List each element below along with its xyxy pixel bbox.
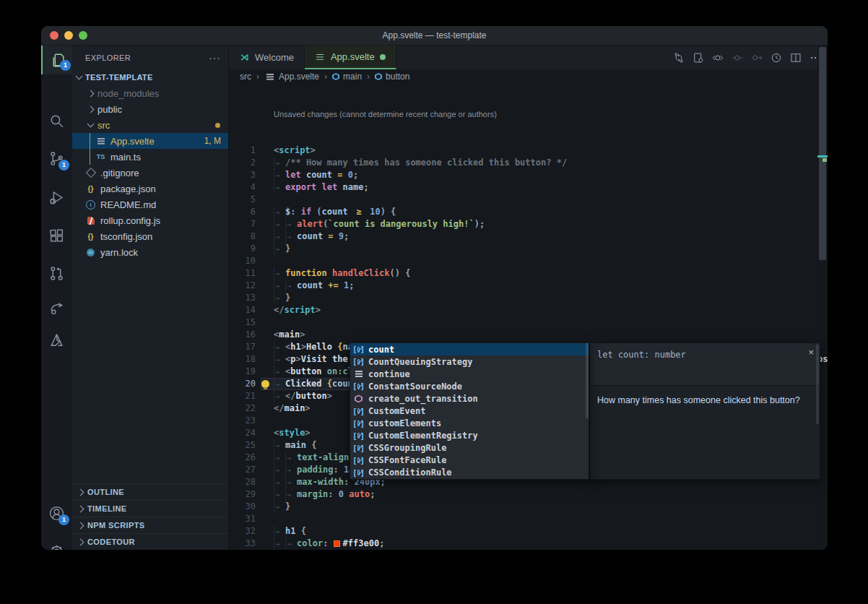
code-line-12[interactable]: 12→→count += 1; (229, 280, 828, 292)
tree-item-node-modules[interactable]: node_modules (72, 85, 228, 101)
code-line-8[interactable]: 8→→count = 9; (229, 230, 828, 243)
suggest-item-customelementregistry[interactable]: []CustomElementRegistry (350, 430, 589, 442)
tree-item-app-svelte[interactable]: App.svelte1, M (72, 133, 228, 149)
symbol-variable-icon: [] (352, 431, 365, 441)
compare-changes-icon[interactable] (672, 51, 685, 64)
tree-item-yarn-lock[interactable]: yarn.lock (72, 244, 228, 260)
indent-tab-arrow: → (285, 538, 297, 550)
suggest-item-count[interactable]: []count (350, 343, 589, 355)
explorer-actions-icon[interactable]: ··· (209, 52, 221, 64)
code-line-33[interactable]: 33→→color: #ff3e00; (229, 538, 828, 550)
breadcrumb[interactable]: src›App.svelte›main›button (229, 69, 828, 84)
activity-pull-request-icon[interactable] (41, 257, 72, 289)
details-scrollbar[interactable] (816, 345, 819, 424)
indent-tab-arrow: → (274, 169, 285, 181)
activity-live-share-icon[interactable] (41, 291, 72, 323)
breadcrumb-item-main[interactable]: main (332, 72, 362, 82)
code-line-11[interactable]: 11→function handleClick() { (229, 267, 828, 280)
code-line-5[interactable]: 5 (229, 194, 828, 206)
activity-accounts-icon[interactable]: 1 (41, 497, 72, 529)
section-codetour[interactable]: CODETOUR (72, 533, 228, 550)
line-number: 22 (229, 402, 274, 415)
code-line-30[interactable]: 30→} (229, 501, 828, 513)
indent-tab-arrow: → (274, 230, 285, 243)
breadcrumb-label: App.svelte (279, 72, 319, 82)
code-line-2[interactable]: 2→/** How many times has someone clicked… (229, 157, 828, 169)
code-line-16[interactable]: 16<main> (229, 329, 828, 341)
code-line-6[interactable]: 6→$: if (count ≥ 10) { (229, 206, 828, 218)
code-line-1[interactable]: 1<script> (229, 144, 828, 157)
tree-item-src[interactable]: src (72, 117, 228, 133)
activity-azure-icon[interactable] (41, 324, 72, 355)
indent-tab-arrow: → (274, 501, 285, 513)
breadcrumb-item-src[interactable]: src (240, 72, 251, 82)
section-timeline[interactable]: TIMELINE (72, 500, 228, 517)
editor-actions (672, 46, 822, 69)
tree-item-main-ts[interactable]: TSmain.ts (72, 149, 228, 165)
suggest-item-countqueuingstrategy[interactable]: []CountQueuingStrategy (350, 355, 589, 368)
tree-item-label: public (97, 104, 122, 115)
suggest-item-cssfontfacerule[interactable]: []CSSFontFaceRule (350, 454, 589, 467)
code-line-7[interactable]: 7→→alert(`count is dangerously high!`); (229, 218, 828, 230)
tree-root-test-template[interactable]: TEST-TEMPLATE (72, 69, 228, 85)
tree-item-readme-md[interactable]: iREADME.md (72, 197, 228, 212)
tree-item--gitignore[interactable]: .gitignore (72, 165, 228, 181)
line-number: 19 (229, 366, 274, 378)
svelte-file-icon (95, 136, 106, 146)
tree-item-public[interactable]: public (72, 101, 228, 117)
code-line-32[interactable]: 32→h1 { (229, 525, 828, 538)
tree-item-tsconfig-json[interactable]: {}tsconfig.json (72, 228, 228, 244)
activity-settings-icon[interactable] (41, 535, 72, 550)
breadcrumb-item-app-svelte[interactable]: App.svelte (264, 72, 319, 82)
chevron-right-icon (87, 90, 95, 97)
tree-item-package-json[interactable]: {}package.json (72, 181, 228, 197)
split-editor-icon[interactable] (789, 51, 802, 64)
code-line-15[interactable]: 15 (229, 316, 828, 329)
tab-app-svelte[interactable]: App.svelte (305, 46, 396, 69)
open-changes-icon[interactable] (692, 51, 705, 64)
code-line-9[interactable]: 9→} (229, 243, 828, 255)
line-number: 33 (229, 538, 274, 550)
suggest-item-constantsourcenode[interactable]: []ConstantSourceNode (350, 380, 589, 392)
title-bar[interactable]: App.svelte — test-template (41, 26, 828, 46)
code-line-29[interactable]: 29→→margin: 0 auto; (229, 488, 828, 501)
sidebar-title: EXPLORER (85, 53, 131, 62)
code-line-10[interactable]: 10 (229, 255, 828, 267)
activity-run-debug-icon[interactable] (41, 181, 72, 213)
activity-extensions-icon[interactable] (41, 220, 72, 251)
tree-item-label: node_modules (97, 88, 159, 99)
suggest-item-create_out_transition[interactable]: create_out_transition (350, 392, 589, 405)
symbol-variable-icon: [] (352, 443, 365, 453)
indent-tab-arrow: → (274, 488, 285, 501)
scrollbar-thumb[interactable] (819, 47, 826, 260)
line-content: →export let name; (274, 181, 369, 194)
tab-welcome[interactable]: Welcome (229, 46, 305, 69)
suggest-item-cssgroupingrule[interactable]: []CSSGroupingRule (350, 442, 589, 454)
code-line-13[interactable]: 13→} (229, 292, 828, 304)
code-line-4[interactable]: 4→export let name; (229, 181, 828, 194)
activity-explorer-icon[interactable]: 1 (41, 46, 74, 74)
suggest-item-cssconditionrule[interactable]: []CSSConditionRule (350, 467, 589, 479)
close-icon[interactable]: × (808, 347, 814, 358)
line-number: 32 (229, 525, 274, 538)
suggest-scrollbar[interactable] (586, 343, 589, 418)
suggest-item-customevent[interactable]: []CustomEvent (350, 405, 589, 417)
workbench: 111 EXPLORER ··· TEST-TEMPLATE node_modu… (41, 46, 828, 550)
section-npm-scripts[interactable]: NPM SCRIPTS (72, 517, 228, 533)
section-outline[interactable]: OUTLINE (72, 483, 228, 500)
code-line-31[interactable]: 31 (229, 513, 828, 525)
activity-source-control-icon[interactable]: 1 (41, 142, 72, 174)
suggest-item-continue[interactable]: continue (350, 368, 589, 380)
code-line-3[interactable]: 3→let count = 0; (229, 169, 828, 181)
code-editor[interactable]: Unsaved changes (cannot determine recent… (229, 84, 828, 550)
line-number: 7 (229, 218, 274, 230)
activity-search-icon[interactable] (41, 105, 72, 137)
timeline-icon[interactable] (770, 51, 783, 64)
lightbulb-icon[interactable] (261, 380, 269, 388)
line-content: →→alert(`count is dangerously high!`); (274, 218, 485, 230)
previous-change-icon[interactable] (711, 51, 724, 64)
suggest-item-customelements[interactable]: []customElements (350, 418, 589, 430)
breadcrumb-item-button[interactable]: button (375, 72, 409, 82)
code-line-14[interactable]: 14</script> (229, 304, 828, 316)
tree-item-rollup-config-js[interactable]: rollup.config.js (72, 212, 228, 228)
